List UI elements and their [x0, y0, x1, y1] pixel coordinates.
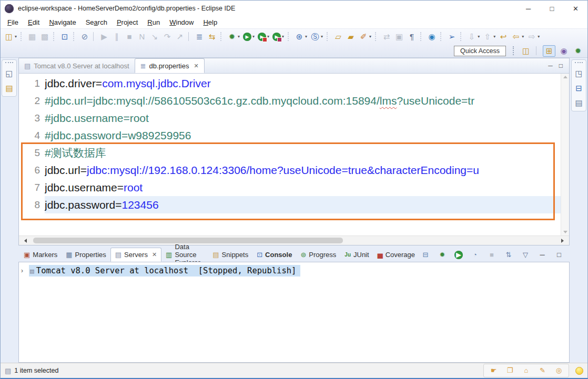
menu-navigate[interactable]: Navigate	[44, 17, 80, 27]
dropdown-arrow-icon[interactable]: ▾	[305, 34, 307, 39]
community-icon[interactable]: ◎	[554, 365, 564, 376]
code-line-3[interactable]: 3#jdbc.username=root	[19, 109, 561, 127]
guide-icon[interactable]: ❐	[505, 365, 515, 376]
step-over-button[interactable]: ↷	[161, 32, 173, 42]
tab-markers[interactable]: ▣Markers	[19, 248, 62, 262]
code-line-1[interactable]: 1jdbc.driver=com.mysql.jdbc.Driver	[19, 75, 561, 92]
menu-edit[interactable]: Edit	[23, 17, 44, 27]
new-service-wizard-button[interactable]: Ⓢ▾	[309, 32, 324, 42]
menu-window[interactable]: Window	[165, 17, 198, 27]
skip-breakpoints-button[interactable]: ⊘	[79, 32, 90, 42]
dropdown-arrow-icon[interactable]: ▾	[252, 34, 255, 39]
external-tools-button[interactable]: ➢	[446, 32, 458, 42]
code-line-2[interactable]: 2#jdbc.url=jdbc:mysql://586105503c61c.gz…	[19, 92, 561, 109]
panel-menu-button[interactable]: ▽	[520, 250, 531, 260]
quick-access-button[interactable]: Quick Access	[454, 46, 506, 56]
next-edit-button[interactable]: ⇩▾	[466, 32, 481, 42]
code-line-5[interactable]: 5#测试数据库	[19, 144, 561, 161]
scroll-down-icon[interactable]	[563, 231, 567, 233]
import-button[interactable]: ▱	[332, 32, 344, 42]
panel-debug-button[interactable]: ✹	[437, 250, 448, 260]
menu-file[interactable]: File	[3, 17, 23, 27]
menu-run[interactable]: Run	[143, 17, 165, 27]
open-perspective-button[interactable]: ◫	[520, 46, 532, 56]
launch-history-button[interactable]: ≣	[194, 32, 205, 42]
panel-profile-button[interactable]: ◔	[469, 250, 481, 260]
dropdown-arrow-icon[interactable]: ▾	[321, 34, 323, 39]
scroll-right-icon[interactable]	[561, 239, 566, 243]
tab-tomcat-server[interactable]: ▤Tomcat v8.0 Server at localhost	[19, 58, 135, 73]
panel-publish-button[interactable]: ⇅	[503, 250, 514, 260]
code-area[interactable]: 1jdbc.driver=com.mysql.jdbc.Driver2#jdbc…	[19, 74, 561, 235]
save-button[interactable]: ▦	[26, 32, 38, 42]
tab-servers[interactable]: ▤Servers✕	[110, 248, 161, 262]
scroll-up-icon[interactable]	[563, 76, 567, 78]
dropdown-arrow-icon[interactable]: ▾	[282, 34, 284, 39]
tab-db-properties[interactable]: ≣db.properties✕	[135, 58, 205, 73]
minimize-button[interactable]: ─	[516, 1, 540, 16]
terminate-button[interactable]: ■	[124, 32, 135, 42]
launch-config-button[interactable]: ⇆	[206, 32, 218, 42]
step-return-button[interactable]: ↗	[174, 32, 186, 42]
tip-lightbulb-icon[interactable]	[575, 367, 583, 375]
vertical-scrollbar[interactable]	[561, 74, 569, 235]
format-brush-button[interactable]: ✐▾	[358, 32, 372, 42]
open-terminal-button[interactable]: ⊡	[59, 32, 70, 42]
server-selection[interactable]: ▤ Tomcat v8.0 Server at localhost [Stopp…	[29, 265, 300, 276]
tab-progress[interactable]: ⊚Progress	[296, 248, 340, 262]
javaee-perspective-button[interactable]: ⊞	[543, 45, 555, 57]
code-line-6[interactable]: 6jdbc.url=jdbc:mysql://192.168.0.124:330…	[19, 161, 561, 179]
link-editor-button[interactable]: ⇄	[381, 32, 392, 42]
editor-minimize-icon[interactable]: ─	[548, 62, 553, 69]
code-line-8[interactable]: 8jdbc.password=123456	[19, 196, 561, 213]
last-edit-location-button[interactable]: ↩	[498, 32, 509, 42]
debug-perspective-button[interactable]: ✹	[572, 46, 584, 56]
open-browser-button[interactable]: ◉	[426, 32, 438, 42]
close-tab-icon[interactable]: ✕	[152, 251, 157, 258]
tab-properties[interactable]: ▦Properties	[62, 248, 110, 262]
code-line-7[interactable]: 7jdbc.username=root	[19, 179, 561, 196]
suspend-button[interactable]: ∥	[111, 32, 123, 42]
edit-mode-icon[interactable]: ☛	[489, 365, 499, 376]
show-whitespace-button[interactable]: ¶	[406, 32, 418, 42]
tab-coverage[interactable]: ▅Coverage	[373, 248, 419, 262]
back-button[interactable]: ⇦▾	[510, 32, 525, 42]
restore-left-views-button[interactable]: ◱	[5, 69, 14, 78]
java-perspective-button[interactable]: ◉	[558, 46, 570, 56]
learn-icon[interactable]: ⌂	[521, 365, 531, 376]
close-tab-icon[interactable]: ✕	[194, 63, 198, 69]
tab-data-source-explorer[interactable]: ▥Data Source Explorer	[161, 248, 208, 262]
resume-button[interactable]: ▶	[98, 32, 110, 42]
project-explorer-shortcut[interactable]: ▤	[5, 84, 14, 93]
new-wizard-button[interactable]: ◫▾	[3, 32, 18, 42]
code-line-4[interactable]: 4#jdbc.password=w989259956	[19, 127, 561, 144]
panel-maximize-button[interactable]: □	[553, 250, 565, 260]
coverage-button[interactable]: ▶▾	[257, 32, 270, 42]
profile-button[interactable]: ▶▾	[271, 32, 285, 42]
export-button[interactable]: ▰	[345, 32, 357, 42]
dropdown-arrow-icon[interactable]: ▾	[15, 34, 17, 39]
editor-maximize-icon[interactable]: □	[559, 62, 563, 69]
horizontal-scrollbar[interactable]	[19, 235, 569, 245]
dropdown-arrow-icon[interactable]: ▾	[478, 34, 480, 39]
previous-edit-button[interactable]: ⇧▾	[482, 32, 496, 42]
dropdown-arrow-icon[interactable]: ▾	[493, 34, 495, 39]
menu-project[interactable]: Project	[112, 17, 143, 27]
tab-junit[interactable]: JuJUnit	[340, 248, 373, 262]
tab-console[interactable]: ⊡Console	[252, 248, 296, 262]
scroll-left-icon[interactable]	[22, 239, 27, 243]
step-into-button[interactable]: ↘	[149, 32, 160, 42]
panel-minimize-button[interactable]: ─	[536, 250, 548, 260]
maximize-button[interactable]: □	[540, 1, 564, 16]
panel-stop-button[interactable]: ■	[486, 250, 498, 260]
dropdown-arrow-icon[interactable]: ▾	[238, 34, 240, 39]
menu-help[interactable]: Help	[198, 17, 222, 27]
menu-search[interactable]: Search	[81, 17, 112, 27]
restore-right-views-button[interactable]: ◳	[574, 69, 584, 78]
show-selected-button[interactable]: ▣	[393, 32, 405, 42]
disconnect-button[interactable]: N	[136, 32, 148, 42]
expander-icon[interactable]: ›	[21, 267, 29, 274]
outline-shortcut[interactable]: ⊟	[574, 84, 584, 93]
write-icon[interactable]: ✎	[538, 365, 548, 376]
close-button[interactable]: ✕	[564, 1, 587, 16]
